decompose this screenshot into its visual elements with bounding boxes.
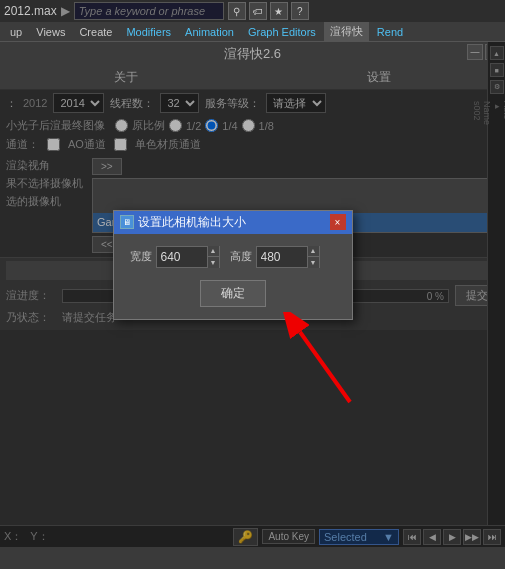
width-spinners: ▲ ▼ xyxy=(207,246,219,268)
menu-rend[interactable]: Rend xyxy=(371,22,409,42)
modal-content: 宽度 640 ▲ ▼ 高度 480 xyxy=(114,234,352,319)
modal-overlay: 🖥 设置此相机输出大小 × 宽度 640 ▲ ▼ xyxy=(0,42,505,547)
width-down-button[interactable]: ▼ xyxy=(208,257,219,268)
title-arrow: ▶ xyxy=(61,4,70,18)
red-arrow xyxy=(280,312,370,415)
width-label: 宽度 xyxy=(130,249,152,264)
modal-title-left: 🖥 设置此相机输出大小 xyxy=(120,214,246,231)
modal-title-text: 设置此相机输出大小 xyxy=(138,214,246,231)
modal-close-button[interactable]: × xyxy=(330,214,346,230)
height-field-group: 高度 480 ▲ ▼ xyxy=(230,246,320,268)
arrow-svg xyxy=(280,312,370,412)
menu-modifiers[interactable]: Modifiers xyxy=(120,22,177,42)
search-input[interactable] xyxy=(74,2,224,20)
width-input-wrap: 640 ▲ ▼ xyxy=(156,246,220,268)
filename: 2012.max xyxy=(4,4,57,18)
tag-icon[interactable]: 🏷 xyxy=(249,2,267,20)
help-icon[interactable]: ? xyxy=(291,2,309,20)
search-icon[interactable]: ⚲ xyxy=(228,2,246,20)
modal-icon: 🖥 xyxy=(120,215,134,229)
modal-dialog: 🖥 设置此相机输出大小 × 宽度 640 ▲ ▼ xyxy=(113,210,353,320)
menu-up[interactable]: up xyxy=(4,22,28,42)
title-bar: 2012.max ▶ ⚲ 🏷 ★ ? xyxy=(0,0,505,22)
modal-fields: 宽度 640 ▲ ▼ 高度 480 xyxy=(130,246,336,268)
menu-bar: up Views Create Modifiers Animation Grap… xyxy=(0,22,505,42)
height-label: 高度 xyxy=(230,249,252,264)
title-bar-left: 2012.max ▶ ⚲ 🏷 ★ ? xyxy=(4,2,501,20)
width-input[interactable]: 640 xyxy=(157,250,207,264)
star-icon[interactable]: ★ xyxy=(270,2,288,20)
menu-create[interactable]: Create xyxy=(73,22,118,42)
menu-animation[interactable]: Animation xyxy=(179,22,240,42)
height-down-button[interactable]: ▼ xyxy=(308,257,319,268)
svg-line-1 xyxy=(300,332,350,402)
menu-render-fast[interactable]: 渲得快 xyxy=(324,22,369,42)
height-input-wrap: 480 ▲ ▼ xyxy=(256,246,320,268)
width-up-button[interactable]: ▲ xyxy=(208,246,219,258)
height-input[interactable]: 480 xyxy=(257,250,307,264)
main-area: 渲得快2.6 — × 关于 设置 ： 2012 2014 2012 线程数： 3… xyxy=(0,42,505,547)
width-field-group: 宽度 640 ▲ ▼ xyxy=(130,246,220,268)
menu-graph-editors[interactable]: Graph Editors xyxy=(242,22,322,42)
modal-title-bar: 🖥 设置此相机输出大小 × xyxy=(114,211,352,234)
confirm-button[interactable]: 确定 xyxy=(200,280,266,307)
height-spinners: ▲ ▼ xyxy=(307,246,319,268)
height-up-button[interactable]: ▲ xyxy=(308,246,319,258)
toolbar-icons: ⚲ 🏷 ★ ? xyxy=(228,2,309,20)
menu-views[interactable]: Views xyxy=(30,22,71,42)
